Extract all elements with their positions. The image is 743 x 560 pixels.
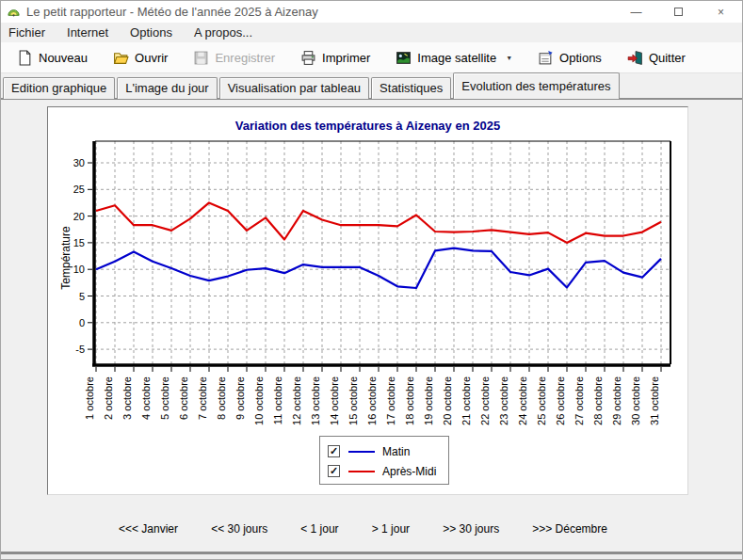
svg-text:10: 10 <box>73 264 85 275</box>
y-tick-labels: 302520151050-5 <box>73 157 92 355</box>
svg-text:11 octobre: 11 octobre <box>272 376 283 424</box>
chart-grid <box>95 141 670 364</box>
maximize-icon <box>674 8 683 16</box>
nav-decembre-link[interactable]: >>> Décembre <box>532 522 607 536</box>
svg-text:4 octobre: 4 octobre <box>140 376 152 420</box>
apres-midi-line-swatch <box>348 471 375 472</box>
quit-button-label: Quitter <box>649 51 686 65</box>
minimize-icon: — <box>631 6 642 19</box>
svg-text:23 octobre: 23 octobre <box>498 376 509 425</box>
svg-text:25 octobre: 25 octobre <box>536 376 547 425</box>
nav-forward-30-jours-link[interactable]: >> 30 jours <box>443 522 499 536</box>
svg-text:10 octobre: 10 octobre <box>253 376 265 425</box>
menubar: Fichier Internet Options A propos... <box>1 23 742 42</box>
apres-midi-label: Après-Midi <box>382 465 436 478</box>
svg-text:19 octobre: 19 octobre <box>423 376 434 425</box>
date-navigation: <<< Janvier << 30 jours < 1 jour > 1 jou… <box>119 522 607 536</box>
tab-evolution-des-temperatures[interactable]: Evolution des températures <box>453 72 619 99</box>
quit-door-icon <box>627 50 643 66</box>
chart-panel: Variation des températures à Aizenay en … <box>47 106 688 495</box>
tab-page-content: Variation des températures à Aizenay en … <box>1 100 742 553</box>
svg-text:18 octobre: 18 octobre <box>404 376 415 425</box>
print-button[interactable]: Imprimer <box>294 46 377 70</box>
menu-item-internet[interactable]: Internet <box>67 24 119 41</box>
matin-label: Matin <box>382 445 410 458</box>
svg-text:3 octobre: 3 octobre <box>121 376 133 420</box>
menu-item-options[interactable]: Options <box>130 24 183 41</box>
svg-text:6 octobre: 6 octobre <box>178 376 189 420</box>
svg-text:20 octobre: 20 octobre <box>442 376 453 425</box>
svg-text:12 octobre: 12 octobre <box>291 376 302 425</box>
save-button-label: Enregistrer <box>215 51 275 65</box>
chart-legend: ✓ Matin ✓ Après-Midi <box>319 436 449 485</box>
quit-button[interactable]: Quitter <box>621 46 692 70</box>
save-icon <box>193 50 209 66</box>
open-button[interactable]: Ouvrir <box>106 46 174 70</box>
satellite-image-button[interactable]: Image satellite ▼ <box>389 46 519 70</box>
svg-text:8 octobre: 8 octobre <box>216 376 227 420</box>
svg-text:15 octobre: 15 octobre <box>347 376 359 425</box>
options-icon <box>538 50 554 66</box>
options-button[interactable]: Options <box>531 46 608 70</box>
nav-janvier-link[interactable]: <<< Janvier <box>119 522 178 536</box>
new-button-label: Nouveau <box>39 51 88 65</box>
window-controls: — × <box>615 1 742 23</box>
toolbar: Nouveau Ouvrir Enregistrer Im <box>1 42 742 73</box>
menu-item-a-propos[interactable]: A propos... <box>194 24 263 41</box>
svg-text:30 octobre: 30 octobre <box>630 376 641 425</box>
satellite-image-icon <box>396 50 412 66</box>
new-button[interactable]: Nouveau <box>10 46 94 70</box>
maximize-button[interactable] <box>657 1 700 23</box>
nav-forward-1-jour-link[interactable]: > 1 jour <box>372 522 410 536</box>
svg-text:27 octobre: 27 octobre <box>573 376 585 425</box>
menu-item-fichier[interactable]: Fichier <box>8 24 56 41</box>
svg-text:5 octobre: 5 octobre <box>159 376 170 420</box>
svg-text:17 octobre: 17 octobre <box>385 376 396 425</box>
apres-midi-checkbox[interactable]: ✓ <box>328 465 340 477</box>
legend-row-matin: ✓ Matin <box>328 441 448 461</box>
svg-text:30: 30 <box>73 157 85 168</box>
minimize-button[interactable]: — <box>615 1 657 23</box>
svg-text:21 octobre: 21 octobre <box>460 376 472 425</box>
svg-text:16 octobre: 16 octobre <box>366 376 378 425</box>
nav-back-1-jour-link[interactable]: < 1 jour <box>300 522 338 536</box>
svg-text:13 octobre: 13 octobre <box>310 376 321 425</box>
tab-statistiques[interactable]: Statistiques <box>371 77 451 99</box>
chart-axes <box>92 141 670 366</box>
tab-image-du-jour[interactable]: L'image du jour <box>117 77 217 99</box>
svg-text:15: 15 <box>73 237 85 248</box>
printer-icon <box>300 50 316 66</box>
titlebar: Le petit rapporteur - Météo de l'année 2… <box>1 1 742 23</box>
svg-text:-5: -5 <box>75 344 85 355</box>
new-document-icon <box>17 50 33 66</box>
svg-text:29 octobre: 29 octobre <box>611 376 622 425</box>
svg-text:7 octobre: 7 octobre <box>197 376 208 420</box>
save-button[interactable]: Enregistrer <box>186 46 282 70</box>
svg-text:2 octobre: 2 octobre <box>103 376 114 420</box>
svg-text:26 octobre: 26 octobre <box>555 376 566 425</box>
open-button-label: Ouvrir <box>135 51 168 65</box>
matin-checkbox[interactable]: ✓ <box>328 445 340 457</box>
tab-edition-graphique[interactable]: Edition graphique <box>3 77 115 99</box>
options-button-label: Options <box>559 51 602 65</box>
legend-row-apres-midi: ✓ Après-Midi <box>328 461 448 481</box>
svg-text:14 octobre: 14 octobre <box>329 376 340 425</box>
svg-text:20: 20 <box>73 211 85 222</box>
open-folder-icon <box>113 50 129 66</box>
y-axis-title: Température <box>59 226 73 290</box>
dropdown-arrow-icon[interactable]: ▼ <box>506 55 512 61</box>
close-button[interactable]: × <box>700 1 742 23</box>
tab-strip: Edition graphique L'image du jour Visual… <box>1 73 742 99</box>
tab-visualisation-par-tableau[interactable]: Visualisation par tableau <box>219 77 369 99</box>
satellite-image-button-label: Image satellite <box>417 51 496 65</box>
print-button-label: Imprimer <box>322 51 370 65</box>
svg-text:31 octobre: 31 octobre <box>649 376 660 425</box>
close-icon: × <box>718 6 724 19</box>
svg-text:28 octobre: 28 octobre <box>592 376 604 425</box>
svg-text:24 octobre: 24 octobre <box>517 376 528 425</box>
nav-back-30-jours-link[interactable]: << 30 jours <box>211 522 267 536</box>
window-bottom-border <box>1 552 742 559</box>
x-tick-labels: 1 octobre2 octobre3 octobre4 octobre5 oc… <box>84 367 661 425</box>
app-window: Le petit rapporteur - Météo de l'année 2… <box>0 0 743 560</box>
svg-text:25: 25 <box>73 184 85 195</box>
